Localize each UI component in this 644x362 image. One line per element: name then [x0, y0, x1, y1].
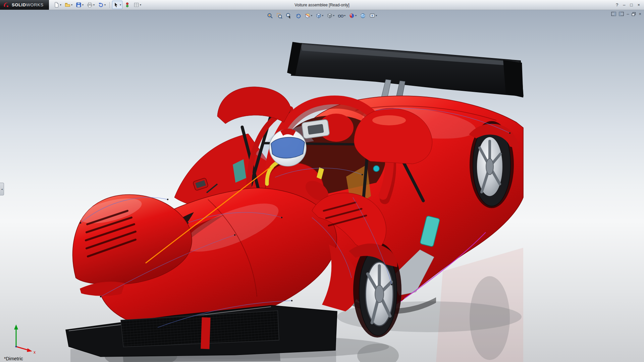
view-orientation-dropdown[interactable]: ▾ [322, 14, 323, 17]
zoom-to-area-icon [276, 13, 282, 19]
section-view-button[interactable]: ▾ [304, 12, 313, 19]
print-button[interactable]: ▾ [86, 1, 96, 9]
featuremanager-expand-tab[interactable]: ◂ [0, 183, 4, 195]
file-properties-button[interactable]: ▾ [132, 1, 143, 9]
zoom-to-area-button[interactable] [275, 12, 283, 19]
select-button[interactable]: ▾ [112, 1, 122, 9]
save-button[interactable]: ▾ [74, 1, 85, 9]
close-button[interactable]: × [637, 3, 640, 7]
3d-model-voiture-assemblee[interactable] [0, 10, 644, 362]
display-style-dropdown[interactable]: ▾ [333, 14, 334, 17]
splitter-pillar [201, 317, 210, 349]
new-dropdown[interactable]: ▾ [60, 4, 61, 6]
apply-scene-icon [360, 13, 366, 19]
doc-minimize-button[interactable]: – [627, 12, 629, 16]
select-cursor-icon [113, 2, 119, 8]
triad-y-arrow [14, 324, 18, 329]
left-rear-fender[interactable] [217, 87, 291, 124]
helmet-visor [271, 137, 305, 158]
print-icon [87, 2, 93, 8]
undo-dropdown[interactable]: ▾ [104, 4, 106, 6]
open-dropdown[interactable]: ▾ [71, 4, 72, 6]
magnified-selection-button[interactable] [285, 12, 293, 19]
apply-scene-button[interactable] [359, 12, 367, 19]
undo-icon [98, 2, 104, 8]
edit-appearance-button[interactable]: ▾ [348, 12, 358, 19]
view-settings-dropdown[interactable]: ▾ [376, 14, 377, 17]
new-document-icon [54, 2, 59, 8]
file-properties-dropdown[interactable]: ▾ [140, 4, 141, 6]
solidworks-window: SOLIDWORKS ▾ ▾ [0, 0, 644, 362]
standard-toolbar: ▾ ▾ ▾ [52, 1, 143, 9]
featuremanager-pane-toggle-button[interactable] [619, 12, 624, 16]
display-pane-toggle-button[interactable] [611, 12, 616, 16]
zoom-to-fit-icon [267, 13, 273, 19]
featuremanager-pane-icon [619, 12, 624, 16]
heads-up-view-toolbar: ▾ ▾ ▾ [265, 11, 379, 20]
doc-close-button[interactable]: × [639, 12, 641, 16]
cyan-marker [373, 166, 379, 172]
collapse-left-icon: ◂ [1, 188, 2, 191]
dive-plane [80, 282, 125, 296]
print-dropdown[interactable]: ▾ [93, 4, 95, 6]
brand-text: SOLIDWORKS [12, 2, 44, 7]
hide-show-items-icon [338, 13, 344, 19]
view-orientation-button[interactable]: ▾ [315, 12, 324, 19]
triad-x-arrow [27, 348, 32, 352]
display-style-button[interactable]: ▾ [326, 12, 335, 19]
dassault-logo-icon [3, 2, 9, 8]
hide-show-items-dropdown[interactable]: ▾ [344, 14, 345, 17]
window-title: Voiture assemblee [Read-only] [294, 3, 349, 7]
display-style-icon [327, 13, 333, 19]
view-orientation-label: *Dimetric [4, 356, 23, 361]
rebuild-traffic-icon [124, 2, 130, 8]
zoom-to-fit-button[interactable] [266, 12, 274, 19]
open-button[interactable]: ▾ [63, 1, 74, 9]
rebuild-button[interactable] [123, 1, 131, 9]
save-floppy-icon [76, 2, 82, 8]
display-pane-icon [611, 12, 616, 16]
triad-x-label: x [34, 350, 36, 354]
section-view-icon [305, 13, 311, 19]
maximize-button[interactable]: □ [630, 3, 633, 7]
file-properties-icon [133, 2, 139, 8]
open-folder-icon [65, 2, 70, 8]
undo-button[interactable]: ▾ [97, 1, 107, 9]
window-controls: ? – □ × [616, 3, 644, 7]
hide-show-items-button[interactable]: ▾ [337, 12, 346, 19]
orientation-triad[interactable]: x [5, 320, 38, 354]
previous-view-icon [295, 13, 301, 19]
document-window-controls: – × [611, 12, 641, 16]
edit-appearance-dropdown[interactable]: ▾ [355, 14, 357, 17]
doc-restore-button[interactable] [632, 12, 636, 16]
view-orientation-icon [316, 13, 322, 19]
view-settings-icon [369, 13, 375, 19]
toolbar-separator [109, 2, 110, 8]
titlebar: SOLIDWORKS ▾ ▾ [0, 0, 644, 10]
section-view-dropdown[interactable]: ▾ [311, 14, 312, 17]
graphics-area[interactable]: ▾ ▾ ▾ [0, 10, 644, 362]
select-dropdown[interactable]: ▾ [120, 4, 121, 6]
doc-restore-icon [632, 12, 636, 16]
intake-box[interactable] [302, 119, 330, 139]
view-settings-button[interactable]: ▾ [368, 12, 378, 19]
edit-appearance-icon [349, 13, 355, 19]
magnified-selection-icon [286, 13, 292, 19]
solidworks-logo: SOLIDWORKS [0, 0, 49, 10]
previous-view-button[interactable] [294, 12, 302, 19]
save-dropdown[interactable]: ▾ [82, 4, 84, 6]
help-button[interactable]: ? [616, 3, 618, 7]
minimize-button[interactable]: – [623, 3, 625, 7]
new-button[interactable]: ▾ [52, 1, 63, 9]
front-splitter[interactable] [66, 305, 337, 357]
triad-z-axis [15, 346, 17, 348]
